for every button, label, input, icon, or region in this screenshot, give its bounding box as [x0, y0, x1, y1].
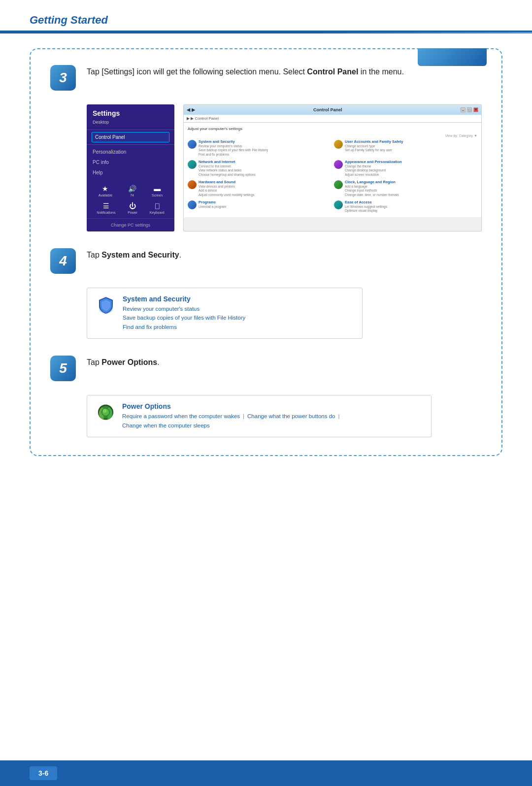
step-5-text: Tap Power Options. — [87, 357, 160, 369]
cp-adjust-label: Adjust your computer's settings — [188, 127, 477, 131]
step-4-number: 4 — [50, 248, 76, 274]
cp-titlebar: ◀ ▶ Control Panel – □ ✕ — [184, 105, 481, 115]
settings-panel: Settings Desktop Control Panel Personali… — [87, 104, 174, 231]
power-icon: ⏻ — [129, 202, 136, 210]
settings-icon-keyboard: ⎕ Keyboard — [150, 202, 165, 214]
cp-nav-arrows: ◀ ▶ — [187, 107, 195, 112]
screen-icon: ▬ — [154, 185, 161, 193]
programs-icon — [188, 200, 197, 209]
settings-desktop-label: Desktop — [87, 119, 174, 128]
power-options-content: Power Options Require a password when th… — [122, 402, 422, 430]
system-security-line-3: Find and fix problems — [123, 323, 245, 331]
cp-category-programs: Programs Uninstall a program — [188, 200, 331, 213]
svg-point-4 — [103, 409, 107, 413]
cp-cat-hardware-text: Hardware and Sound View devices and prin… — [199, 180, 254, 197]
cp-cat-programs-text: Programs Uninstall a program — [199, 200, 226, 209]
power-link-2: Change what the power buttons do — [247, 412, 335, 421]
system-security-title: System and Security — [123, 295, 245, 303]
power-options-title: Power Options — [122, 402, 422, 410]
step-5-number: 5 — [50, 356, 76, 381]
cp-content: Adjust your computer's settings View by:… — [184, 123, 481, 217]
step-4-text: Tap System and Security. — [87, 249, 181, 262]
cp-cat-clock-text: Clock, Language and Region Add a languag… — [345, 180, 399, 197]
cp-category-appearance: Appearance and Personalization Change th… — [334, 160, 477, 177]
step-3-number: 3 — [50, 65, 76, 91]
cp-cat-user-text: User Accounts and Family Safety Change a… — [345, 139, 403, 153]
power-options-box: Power Options Require a password when th… — [87, 395, 432, 437]
step-3-block: 3 Tap [Settings] icon will get the follo… — [50, 64, 482, 91]
settings-icons-row-2: ☰ Notifications ⏻ Power ⎕ Keyboard — [87, 200, 174, 218]
cp-category-user-accounts: User Accounts and Family Safety Change a… — [334, 139, 477, 157]
minimize-button[interactable]: – — [461, 107, 466, 112]
user-accounts-icon — [334, 140, 343, 149]
power-link-sep-2: | — [338, 412, 339, 421]
power-link-3: Change when the computer sleeps — [122, 421, 210, 430]
power-options-svg-icon — [96, 402, 115, 422]
settings-item-pc-info[interactable]: PC info — [87, 157, 174, 167]
system-security-line-2: Save backup copies of your files with Fi… — [123, 313, 245, 322]
settings-icon-power: ⏻ Power — [128, 202, 137, 214]
settings-icon-volume: 🔊 74 — [128, 185, 136, 197]
settings-divider-2 — [87, 144, 174, 145]
settings-icon-available: ★ Available — [99, 185, 112, 197]
settings-change-pc[interactable]: Change PC settings — [87, 218, 174, 231]
cp-cat-network-text: Network and Internet Connect to the inte… — [199, 160, 256, 177]
settings-item-personalization[interactable]: Personalization — [87, 147, 174, 157]
page-footer: 3-6 — [0, 760, 532, 786]
step-5-block: 5 Tap Power Options. — [50, 355, 482, 381]
power-options-links: Require a password when the computer wak… — [122, 412, 422, 430]
top-right-decoration — [418, 48, 487, 66]
settings-divider-1 — [87, 130, 174, 130]
appearance-icon — [334, 160, 343, 169]
cp-window-buttons: – □ ✕ — [461, 107, 478, 112]
step-4-block: 4 Tap System and Security. — [50, 247, 482, 274]
settings-icon-notifications: ☰ Notifications — [97, 202, 115, 214]
clock-icon — [334, 180, 343, 189]
cp-category-network: Network and Internet Connect to the inte… — [188, 160, 331, 177]
system-security-box: System and Security Review your computer… — [87, 288, 363, 339]
settings-item-help[interactable]: Help — [87, 167, 174, 178]
cp-cat-system-text: System and Security Review your computer… — [199, 139, 268, 157]
settings-icons-row-1: ★ Available 🔊 74 ▬ Screen — [87, 178, 174, 200]
notifications-icon: ☰ — [103, 202, 109, 210]
cp-category-system: System and Security Review your computer… — [188, 139, 331, 157]
cp-categories-grid: System and Security Review your computer… — [188, 139, 477, 213]
step-3-text: Tap [Settings] icon will get the followi… — [87, 66, 404, 78]
cp-category-hardware: Hardware and Sound View devices and prin… — [188, 180, 331, 197]
shield-svg-icon — [96, 295, 116, 315]
dashed-box: 3 Tap [Settings] icon will get the follo… — [30, 48, 502, 456]
settings-icon-screen: ▬ Screen — [152, 185, 163, 197]
cp-addressbar: ▶ ▶ Control Panel — [184, 115, 481, 123]
step-3-screenshots: Settings Desktop Control Panel Personali… — [87, 104, 482, 231]
cp-category-ease: Ease of Access Let Windows suggest setti… — [334, 200, 477, 213]
cp-title: Control Panel — [195, 107, 461, 112]
cp-viewby: View by: Category ▼ — [188, 134, 477, 137]
system-security-line-1: Review your computer's status — [123, 304, 245, 313]
settings-item-control-panel[interactable]: Control Panel — [92, 132, 169, 142]
page-title: Getting Started — [30, 14, 502, 27]
page-header: Getting Started — [0, 0, 532, 32]
maximize-button[interactable]: □ — [467, 107, 472, 112]
main-content: 3 Tap [Settings] icon will get the follo… — [0, 33, 532, 505]
cp-cat-appearance-text: Appearance and Personalization Change th… — [345, 160, 402, 177]
keyboard-icon: ⎕ — [155, 202, 159, 210]
close-button[interactable]: ✕ — [473, 107, 478, 112]
control-panel-window: ◀ ▶ Control Panel – □ ✕ ▶ ▶ Control Pane… — [183, 104, 482, 231]
wifi-icon: ★ — [102, 185, 108, 193]
system-security-content: System and Security Review your computer… — [123, 295, 245, 331]
power-link-sep-1: | — [243, 412, 244, 421]
cp-category-clock: Clock, Language and Region Add a languag… — [334, 180, 477, 197]
network-icon — [188, 160, 197, 169]
cp-cat-ease-text: Ease of Access Let Windows suggest setti… — [345, 200, 387, 213]
cp-address-text: ▶ ▶ Control Panel — [187, 116, 219, 121]
ease-of-access-icon — [334, 200, 343, 209]
system-security-icon — [188, 140, 197, 149]
settings-panel-title: Settings — [87, 104, 174, 119]
page-number: 3-6 — [30, 766, 57, 780]
hardware-icon — [188, 180, 197, 189]
power-link-1: Require a password when the computer wak… — [122, 412, 240, 421]
volume-icon: 🔊 — [128, 185, 136, 193]
